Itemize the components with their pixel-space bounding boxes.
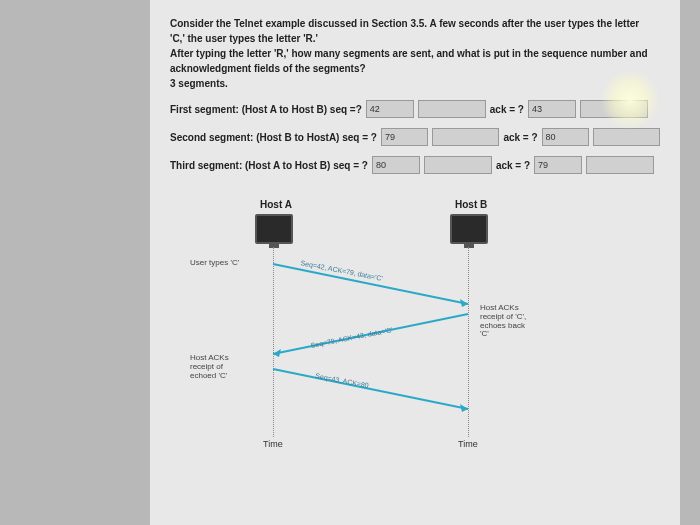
ack-field[interactable]: 43 xyxy=(528,100,576,118)
blank-field[interactable] xyxy=(424,156,492,174)
ack-field[interactable]: 79 xyxy=(534,156,582,174)
ack-field[interactable]: 80 xyxy=(542,128,589,146)
time-label-a: Time xyxy=(263,439,283,449)
time-label-b: Time xyxy=(458,439,478,449)
blank-field[interactable] xyxy=(432,128,499,146)
segment-label: Third segment: (Host A to Host B) seq = … xyxy=(170,160,368,171)
ack-label: ack = ? xyxy=(503,132,537,143)
timing-diagram: Host A Host B User types 'C' Host ACKs r… xyxy=(170,199,660,459)
question-line: 'C,' the user types the letter 'R.' xyxy=(170,32,660,45)
question-line: acknowledgment fields of the segments? xyxy=(170,62,660,75)
seq-field[interactable]: 79 xyxy=(381,128,428,146)
svg-line-0 xyxy=(273,264,468,304)
question-block: Consider the Telnet example discussed in… xyxy=(170,17,660,90)
segment-row-2: Second segment: (Host B to HostA) seq = … xyxy=(170,128,660,146)
seq-field[interactable]: 42 xyxy=(366,100,414,118)
question-line: After typing the letter 'R,' how many se… xyxy=(170,47,660,60)
answer-count: 3 segments. xyxy=(170,77,660,90)
segment-row-1: First segment: (Host A to Host B) seq =?… xyxy=(170,100,660,118)
svg-line-4 xyxy=(273,369,468,409)
blank-field[interactable] xyxy=(586,156,654,174)
document-page: Consider the Telnet example discussed in… xyxy=(150,0,680,525)
ack-label: ack = ? xyxy=(496,160,530,171)
segment-row-3: Third segment: (Host A to Host B) seq = … xyxy=(170,156,660,174)
question-line: Consider the Telnet example discussed in… xyxy=(170,17,660,30)
segment-label: Second segment: (Host B to HostA) seq = … xyxy=(170,132,377,143)
ack-label: ack = ? xyxy=(490,104,524,115)
segment-label: First segment: (Host A to Host B) seq =? xyxy=(170,104,362,115)
blank-field[interactable] xyxy=(418,100,486,118)
seq-field[interactable]: 80 xyxy=(372,156,420,174)
blank-field[interactable] xyxy=(593,128,660,146)
message-lines xyxy=(170,199,570,459)
blank-field[interactable] xyxy=(580,100,648,118)
